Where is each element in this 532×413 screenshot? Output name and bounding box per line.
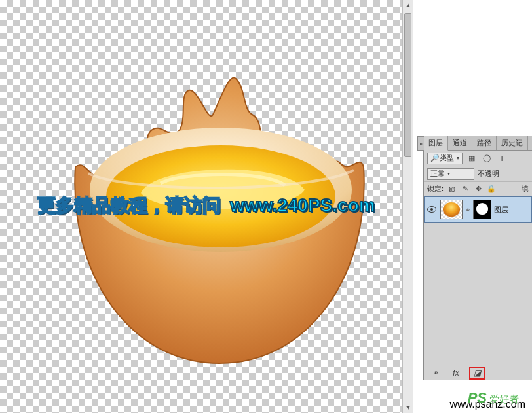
scrollbar-thumb[interactable]	[404, 13, 411, 157]
layer-mask-thumbnail[interactable]	[473, 200, 491, 219]
lock-row: 锁定: ▧ ✎ ✥ 🔒 填	[424, 182, 532, 196]
lock-all-icon[interactable]: 🔒	[487, 185, 496, 193]
filter-adjustment-layers-icon[interactable]: ◯	[481, 153, 493, 164]
layers-list: ⚭ 图层	[424, 196, 532, 365]
tab-layers[interactable]: 图层	[424, 136, 448, 151]
layer-kind-dropdown[interactable]: 🔎 类型 ▾	[427, 153, 463, 164]
layer-filter-row: 🔎 类型 ▾ ▦ ◯ T	[424, 151, 532, 166]
blend-mode-row: 正常 ▾ 不透明	[424, 166, 532, 182]
overlay-text-url: www.240PS.com	[230, 195, 375, 215]
chevron-down-icon: ▾	[457, 155, 459, 161]
fx-icon: fx	[453, 368, 459, 378]
overlay-text-main: 更多精品教程，请访问	[37, 195, 221, 215]
blend-mode-dropdown[interactable]: 正常 ▾	[427, 168, 474, 180]
overlay-watermark-text: 更多精品教程，请访问 www.240PS.com	[37, 193, 375, 218]
tab-history[interactable]: 历史记	[497, 136, 528, 150]
lock-position-icon[interactable]: ✥	[474, 185, 483, 193]
watermark-name: 爱好者	[489, 393, 519, 406]
svg-point-3	[430, 208, 433, 211]
document-vertical-scrollbar[interactable]: ▲ ▼	[402, 0, 413, 413]
tab-channels[interactable]: 通道	[448, 136, 472, 150]
scroll-up-arrow-icon[interactable]: ▲	[405, 2, 411, 9]
lock-pixels-icon[interactable]: ✎	[461, 185, 470, 193]
chevron-down-icon: ▾	[447, 171, 450, 177]
blend-mode-value: 正常	[430, 169, 445, 179]
layer-style-fx-button[interactable]: fx	[449, 367, 463, 379]
layer-name-label[interactable]: 图层	[494, 205, 508, 215]
search-filter-icon: 🔎	[430, 154, 440, 162]
fill-label: 填	[522, 184, 529, 194]
add-layer-mask-button[interactable]: ◪	[470, 367, 484, 379]
layer-kind-label: 类型	[440, 153, 454, 163]
panel-footer: ⚭ fx ◪	[424, 365, 532, 380]
layers-panel: ▸ 图层 通道 路径 历史记 🔎 类型 ▾ ▦ ◯ T 正常 ▾ 不透明 锁定:…	[423, 136, 532, 380]
watermark-logo: PS	[468, 389, 487, 406]
site-watermark: PS 爱好者 www.psahz.com	[449, 399, 525, 410]
lock-label: 锁定:	[427, 184, 444, 194]
link-layers-button[interactable]: ⚭	[428, 367, 442, 379]
scroll-down-arrow-icon[interactable]: ▼	[405, 404, 411, 411]
opacity-label: 不透明	[478, 169, 499, 179]
layer-row[interactable]: ⚭ 图层	[424, 196, 532, 223]
workspace-gap	[413, 0, 423, 413]
link-icon: ⚭	[432, 368, 438, 378]
panel-tabs: 图层 通道 路径 历史记	[424, 136, 532, 151]
mask-link-icon[interactable]: ⚭	[465, 206, 470, 213]
filter-type-layers-icon[interactable]: T	[496, 153, 508, 164]
panel-collapse-toggle[interactable]: ▸	[417, 136, 424, 151]
visibility-toggle-eye-icon[interactable]	[426, 204, 438, 215]
tab-paths[interactable]: 路径	[472, 136, 497, 150]
mask-icon: ◪	[474, 368, 481, 378]
lock-transparency-icon[interactable]: ▧	[447, 185, 457, 193]
layer-thumbnail[interactable]	[440, 200, 463, 219]
filter-pixel-layers-icon[interactable]: ▦	[466, 153, 478, 164]
canvas-area[interactable]: 更多精品教程，请访问 www.240PS.com	[0, 0, 413, 413]
